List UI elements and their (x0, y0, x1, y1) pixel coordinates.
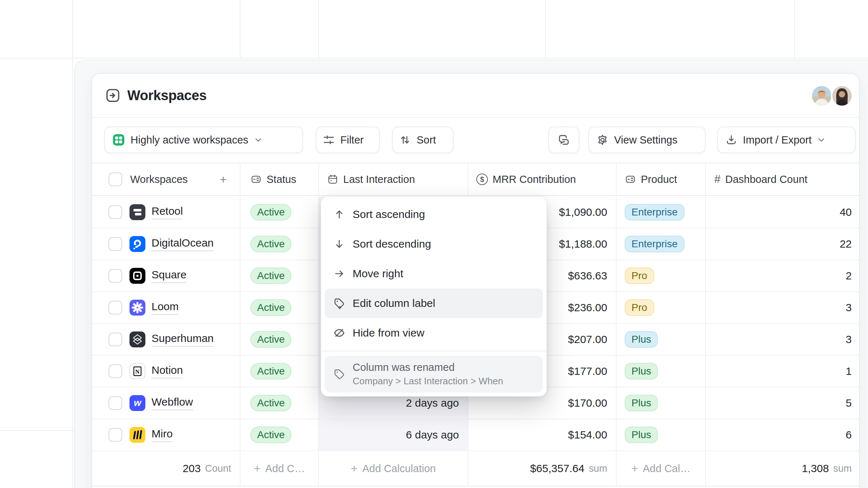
download-icon (725, 134, 737, 146)
product-badge[interactable]: Plus (625, 427, 658, 443)
status-badge[interactable]: Active (250, 331, 292, 348)
row-checkbox[interactable] (109, 364, 122, 378)
workspace-name-link[interactable]: DigitalOcean (152, 237, 214, 251)
status-badge[interactable]: Active (250, 236, 292, 252)
row-checkbox[interactable] (109, 237, 122, 251)
comments-button[interactable] (548, 127, 579, 153)
product-badge[interactable]: Plus (625, 363, 658, 380)
status-badge[interactable]: Active (250, 363, 292, 380)
bg-gridline (72, 0, 73, 488)
column-label: MRR Contribution (493, 174, 576, 185)
avatar[interactable] (812, 86, 831, 106)
product-badge[interactable]: Plus (625, 395, 658, 411)
menu-item-sort-ascending[interactable]: Sort ascending (325, 200, 543, 229)
count-value: 203 (183, 462, 201, 475)
dollar-circle-icon (476, 174, 488, 185)
status-badge[interactable]: Active (250, 427, 292, 443)
workspace-name-link[interactable]: Webflow (152, 396, 193, 410)
page-title: Workspaces (127, 88, 207, 103)
superhuman-logo-icon (129, 331, 145, 347)
product-badge[interactable]: Enterprise (625, 204, 685, 221)
workspace-name-link[interactable]: Notion (152, 364, 183, 378)
menu-item-move-right[interactable]: Move right (325, 259, 543, 288)
workspace-name-link[interactable]: Retool (152, 205, 183, 219)
arrow-right-icon (333, 267, 345, 280)
last-interaction-cell[interactable]: 6 days ago (319, 419, 468, 450)
menu-item-sort-descending[interactable]: Sort descending (325, 229, 543, 259)
add-column-icon[interactable]: + (220, 172, 240, 187)
view-settings-button[interactable]: View Settings (588, 127, 706, 153)
dashboard-count-cell[interactable]: 6 (706, 419, 860, 450)
column-header-mrr[interactable]: MRR Contribution (468, 163, 617, 195)
column-header-status[interactable]: Status (241, 163, 319, 195)
last-interaction-footer-cell: Add Calculation (319, 451, 468, 486)
avatar[interactable] (832, 86, 852, 106)
column-header-dashboard-count[interactable]: Dashboard Count (706, 163, 860, 195)
workspace-name-link[interactable]: Superhuman (152, 332, 214, 347)
column-header-last-interaction[interactable]: Last Interaction (319, 163, 468, 195)
status-badge[interactable]: Active (250, 395, 292, 411)
add-calculation-button[interactable]: Add Calculation (319, 462, 468, 475)
toolbar: Highly active workspaces Filter Sort (92, 117, 859, 163)
row-checkbox[interactable] (109, 428, 122, 442)
status-footer-cell: Add C… (241, 451, 319, 486)
dashboard-count-cell[interactable]: 3 (706, 292, 860, 323)
import-export-button[interactable]: Import / Export (717, 127, 856, 153)
sort-button[interactable]: Sort (392, 127, 454, 153)
dashboard-count-cell[interactable]: 2 (706, 260, 860, 291)
menu-item-label: Sort descending (353, 238, 431, 250)
table-row: Miro Active 6 days ago $154.00 Plus 6 (92, 419, 859, 451)
mrr-cell[interactable]: $154.00 (468, 419, 617, 450)
column-header-product[interactable]: Product (617, 163, 706, 195)
mrr-summary-cell: $65,357.64 sum (468, 451, 617, 486)
bg-gridline (318, 0, 319, 58)
dashboard-count-cell[interactable]: 22 (706, 228, 860, 260)
row-checkbox[interactable] (109, 396, 122, 410)
column-label: Product (641, 174, 677, 185)
product-badge[interactable]: Pro (625, 267, 654, 284)
add-calculation-button[interactable]: Add Cal… (617, 462, 705, 475)
column-context-menu: Sort ascending Sort descending Move righ… (321, 196, 547, 397)
product-badge[interactable]: Plus (625, 331, 658, 348)
bg-gridline (0, 430, 74, 431)
dashboard-summary-cell: 1,308 sum (706, 451, 860, 486)
dashboard-count-cell[interactable]: 1 (706, 356, 860, 387)
green-grid-icon (112, 133, 125, 146)
row-checkbox[interactable] (109, 301, 122, 314)
menu-item-hide-from-view[interactable]: Hide from view (325, 318, 543, 348)
mrr-sum-value: $65,357.64 (530, 462, 584, 475)
product-badge[interactable]: Pro (625, 299, 654, 316)
count-label: Count (205, 463, 231, 474)
row-checkbox[interactable] (109, 205, 122, 219)
dashboard-count-cell[interactable]: 40 (706, 197, 860, 228)
view-settings-label: View Settings (614, 134, 677, 146)
card-header: Workspaces (92, 74, 859, 118)
chevron-down-icon (816, 135, 826, 145)
workspace-name-link[interactable]: Square (152, 269, 187, 283)
product-badge[interactable]: Enterprise (625, 236, 685, 252)
column-label: Status (267, 174, 296, 185)
view-switcher-button[interactable]: Highly active workspaces (104, 127, 303, 153)
dashboard-count-cell[interactable]: 5 (706, 388, 860, 419)
workspace-name-link[interactable]: Miro (152, 428, 173, 442)
menu-item-label: Move right (353, 267, 403, 280)
webflow-logo-icon: w (129, 395, 145, 411)
select-all-checkbox[interactable] (109, 172, 122, 186)
status-badge[interactable]: Active (250, 299, 292, 316)
status-badge[interactable]: Active (250, 204, 292, 221)
bg-gridline (545, 0, 546, 58)
workspace-name-link[interactable]: Loom (152, 300, 179, 315)
arrow-down-icon (333, 238, 345, 250)
column-label: Last Interaction (343, 174, 415, 185)
page: Workspaces (0, 0, 868, 488)
dashboard-sum-value: 1,308 (802, 462, 829, 475)
column-header-workspaces[interactable]: Workspaces + (92, 163, 241, 195)
row-checkbox[interactable] (109, 333, 122, 346)
select-field-icon (625, 174, 636, 185)
add-calculation-button[interactable]: Add C… (241, 462, 318, 475)
status-badge[interactable]: Active (250, 267, 292, 284)
dashboard-count-cell[interactable]: 3 (706, 324, 860, 355)
menu-item-edit-column-label[interactable]: Edit column label (325, 288, 543, 318)
row-checkbox[interactable] (109, 269, 122, 283)
filter-button[interactable]: Filter (316, 127, 380, 153)
